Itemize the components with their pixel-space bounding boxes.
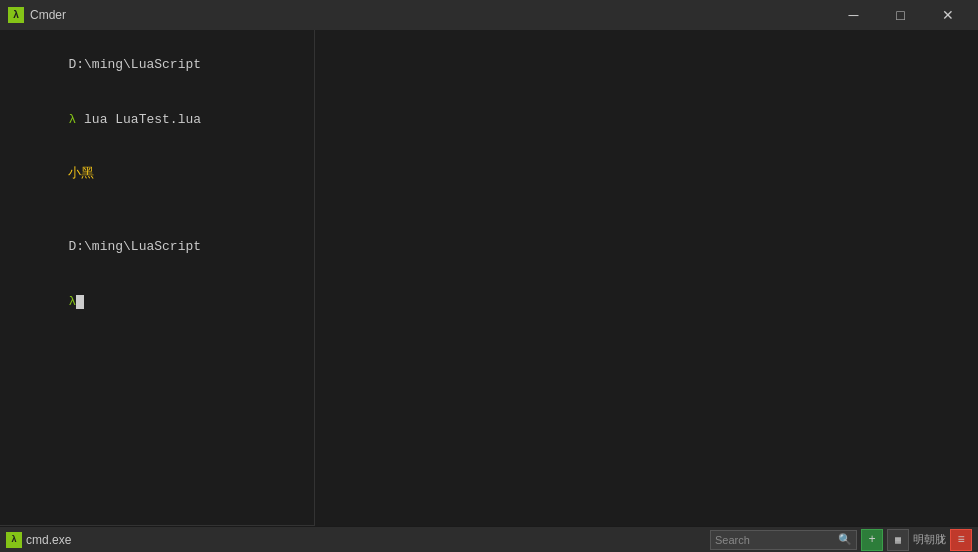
terminal-line-blank [6,202,308,220]
terminal-line-output1: 小黑 [6,147,308,202]
status-left: λ cmd.exe [6,532,71,548]
app-icon: λ [8,7,24,23]
minimize-button[interactable]: ─ [831,0,876,30]
faint-line-1 [6,432,308,449]
faint-line-3 [6,472,308,489]
status-bar: λ cmd.exe 🔍 + ▦ 明朝胧 ≡ [0,526,978,552]
status-right: 🔍 + ▦ 明朝胧 ≡ [710,529,972,551]
terminal-line-prompt2: λ [6,274,308,329]
task-icon: ▦ [895,534,901,546]
status-app-icon: λ [6,532,22,548]
terminal-line-path2: D:\ming\LuaScript [6,220,308,275]
search-box[interactable]: 🔍 [710,530,857,550]
terminal-line-path1: D:\ming\LuaScript [6,38,308,93]
close-button[interactable]: ✕ [925,0,970,30]
faint-line-2 [6,449,308,466]
title-bar: λ Cmder ─ □ ✕ [0,0,978,30]
title-text: Cmder [30,8,66,22]
title-controls: ─ □ ✕ [831,0,970,30]
maximize-button[interactable]: □ [878,0,923,30]
terminal-line-cmd1: λ lua LuaTest.lua [6,93,308,148]
status-tab-label: cmd.exe [26,533,71,547]
add-tab-button[interactable]: + [861,529,883,551]
faint-area-2 [6,472,308,506]
search-icon: 🔍 [838,533,852,546]
title-left: λ Cmder [8,7,66,23]
faint-line-4 [6,489,308,506]
menu-button[interactable]: ≡ [950,529,972,551]
main-content: D:\ming\LuaScript λ lua LuaTest.lua 小黑 D… [0,30,978,526]
faint-area [6,432,308,466]
chinese-label: 明朝胧 [913,532,946,547]
right-pane [315,30,978,526]
task-button[interactable]: ▦ [887,529,909,551]
plus-icon: + [868,533,875,547]
right-faint-text-1 [330,118,384,133]
terminal-pane[interactable]: D:\ming\LuaScript λ lua LuaTest.lua 小黑 D… [0,30,315,526]
chinese-label-area: 明朝胧 [913,532,946,547]
search-input[interactable] [715,534,835,546]
menu-icon: ≡ [957,533,964,547]
terminal-area[interactable]: D:\ming\LuaScript λ lua LuaTest.lua 小黑 D… [0,30,978,526]
